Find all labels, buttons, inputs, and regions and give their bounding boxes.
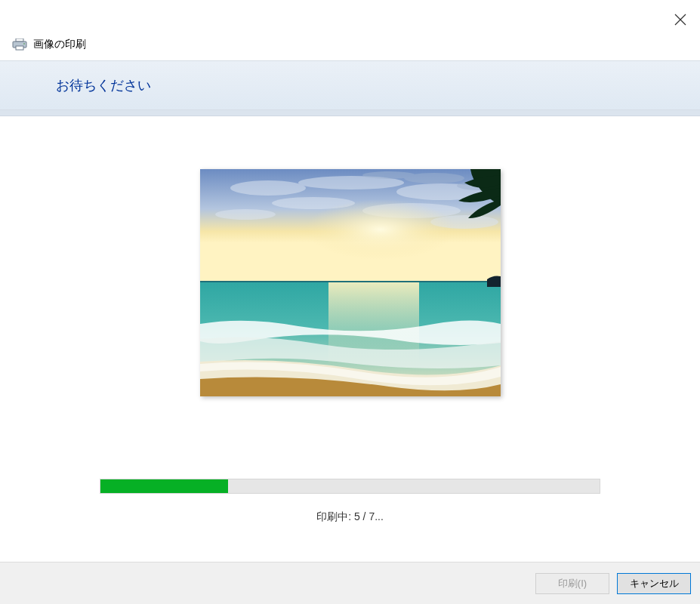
progress-section: 印刷中: 5 / 7... xyxy=(100,479,600,524)
svg-rect-2 xyxy=(16,39,23,42)
svg-point-5 xyxy=(23,43,25,45)
content-area: 印刷中: 5 / 7... xyxy=(0,116,700,524)
svg-rect-17 xyxy=(200,169,501,290)
svg-rect-4 xyxy=(16,46,23,50)
progress-fill xyxy=(100,479,228,493)
printer-icon xyxy=(12,39,27,51)
image-preview xyxy=(200,169,501,396)
footer: 印刷(I) キャンセル xyxy=(0,562,700,604)
titlebar: 画像の印刷 xyxy=(0,0,700,60)
print-button: 印刷(I) xyxy=(535,573,609,594)
cancel-button[interactable]: キャンセル xyxy=(617,573,691,594)
progress-text: 印刷中: 5 / 7... xyxy=(100,510,600,524)
header-band: お待ちください xyxy=(0,60,700,110)
divider-band xyxy=(0,110,700,116)
progress-bar xyxy=(100,479,600,494)
header-title: お待ちください xyxy=(56,76,700,94)
window-title: 画像の印刷 xyxy=(33,38,86,51)
close-icon[interactable] xyxy=(674,14,686,26)
